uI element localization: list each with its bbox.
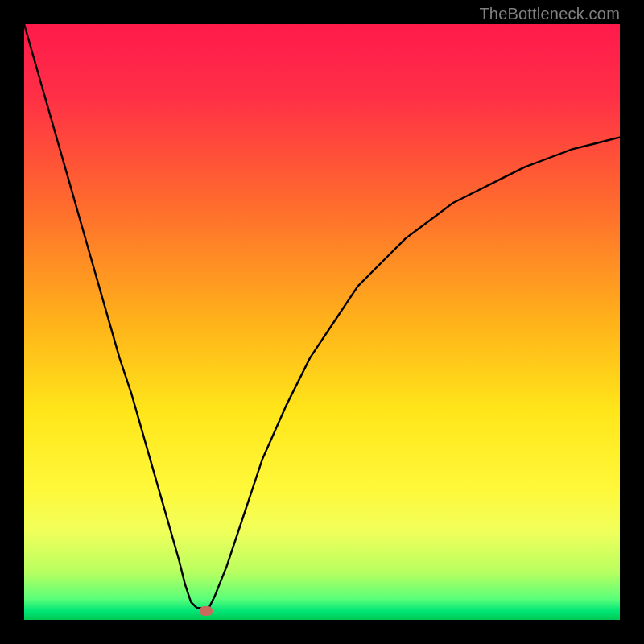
bottleneck-curve <box>24 24 620 608</box>
chart-frame: TheBottleneck.com <box>0 0 644 644</box>
min-point-marker <box>200 606 213 616</box>
plot-area <box>24 24 620 620</box>
curve-layer <box>24 24 620 620</box>
watermark-label: TheBottleneck.com <box>479 5 620 23</box>
